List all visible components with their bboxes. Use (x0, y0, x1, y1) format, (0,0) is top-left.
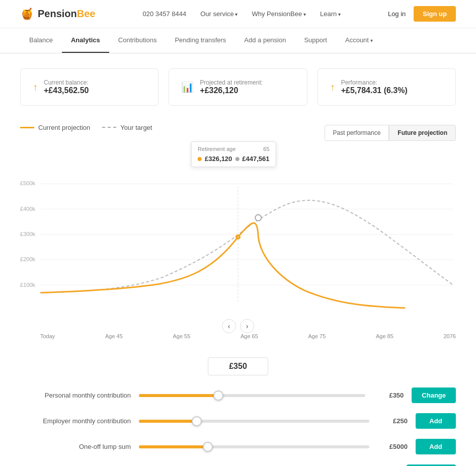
slider-lump-fill (139, 445, 208, 448)
slider-lump-value: £5000 (377, 443, 408, 450)
card-projected-content: Projected at retirement: +£326,120 (200, 79, 263, 95)
slider-personal-thumb[interactable] (213, 391, 223, 401)
projected-label: Projected at retirement: (200, 79, 263, 86)
nav-why-pensionbee[interactable]: Why PensionBee (252, 10, 306, 18)
x-axis: Today Age 45 Age 55 Age 65 Age 75 Age 85… (20, 333, 456, 339)
svg-text:£200k: £200k (20, 256, 36, 262)
legend-target-label: Your target (120, 124, 152, 131)
slider-employer-label: Employer monthly contribution (20, 417, 131, 425)
chart-legend-row: Current projection Your target Past perf… (20, 124, 456, 141)
performance-icon: ↑ (330, 82, 335, 93)
nav-analytics[interactable]: Analytics (62, 28, 109, 53)
slider-employer-track-wrap[interactable] (139, 416, 369, 426)
past-performance-btn[interactable]: Past performance (325, 125, 389, 141)
sliders-section: Personal monthly contribution £350 Chang… (20, 357, 456, 466)
slider-personal-label: Personal monthly contribution (20, 392, 131, 399)
x-label-85: Age 85 (376, 333, 393, 339)
svg-text:£400k: £400k (20, 206, 36, 212)
main-content: ↑ Current balance: +£43,562.50 📊 Project… (0, 53, 476, 466)
svg-text:£300k: £300k (20, 231, 36, 237)
slider-lump-label: One-off lump sum (20, 443, 131, 450)
slider-personal-contribution: Personal monthly contribution £350 Chang… (20, 387, 456, 403)
top-nav: 🍯 PensionBee 020 3457 8444 Our service W… (0, 0, 476, 28)
legend-current: Current projection (20, 124, 90, 131)
slider-lump-track (139, 445, 369, 448)
slider-employer-value: £250 (377, 417, 408, 425)
slider-personal-value: £350 (373, 392, 404, 399)
logo-icon: 🍯 (20, 8, 34, 21)
logo-yellow: Bee (77, 8, 96, 19)
future-projection-btn[interactable]: Future projection (389, 125, 456, 141)
tooltip-label: Retirement age (198, 146, 235, 152)
contribution-display (20, 357, 456, 375)
chart-container: Retirement age 65 £326,120 £447,561 £500… (20, 146, 456, 339)
x-label-55: Age 55 (173, 333, 190, 339)
card-projected: 📊 Projected at retirement: +£326,120 (169, 68, 307, 106)
slider-employer-fill (139, 420, 197, 423)
nav-support[interactable]: Support (295, 28, 336, 53)
x-label-45: Age 45 (105, 333, 123, 339)
change-personal-button[interactable]: Change (412, 387, 456, 403)
nav-contributions[interactable]: Contributions (109, 28, 166, 53)
tooltip-target-dot (235, 157, 239, 161)
legend-target: Your target (102, 124, 152, 131)
slider-personal-track-wrap[interactable] (139, 391, 365, 401)
slider-employer-thumb[interactable] (192, 416, 202, 426)
add-lump-button[interactable]: Add (416, 439, 456, 454)
performance-label: Performance: (341, 79, 408, 86)
peak-dot-target (255, 215, 261, 221)
logo[interactable]: 🍯 PensionBee (20, 8, 96, 21)
phone-number: 020 3457 8444 (142, 10, 186, 18)
card-balance: ↑ Current balance: +£43,562.50 (20, 68, 158, 106)
svg-text:£500k: £500k (20, 180, 36, 186)
chart-controls: Past performance Future projection (325, 125, 456, 141)
nav-add-pension[interactable]: Add a pension (235, 28, 295, 53)
tooltip-current-dot (198, 157, 202, 161)
tooltip-target-value: £447,561 (242, 155, 269, 163)
nav-our-service[interactable]: Our service (200, 10, 237, 18)
tooltip-age: 65 (263, 146, 269, 152)
slider-employer-contribution: Employer monthly contribution £250 Add (20, 413, 456, 429)
logo-text: PensionBee (38, 8, 96, 20)
balance-value: +£43,562.50 (44, 86, 89, 95)
card-performance-content: Performance: +£5,784.31 (6.3%) (341, 79, 408, 95)
slider-lump-thumb[interactable] (203, 442, 213, 452)
legend-current-label: Current projection (38, 124, 90, 131)
performance-value: +£5,784.31 (6.3%) (341, 86, 408, 95)
x-label-today: Today (40, 333, 55, 339)
tooltip-current-value: £326,120 (205, 155, 232, 163)
projected-icon: 📊 (181, 81, 194, 93)
chart-next-btn[interactable]: › (240, 319, 254, 333)
x-label-2076: 2076 (443, 333, 455, 339)
chart-prev-btn[interactable]: ‹ (222, 319, 236, 333)
nav-learn[interactable]: Learn (320, 10, 341, 18)
nav-account[interactable]: Account (336, 28, 382, 53)
slider-employer-track (139, 420, 369, 423)
chart-nav: ‹ › (20, 319, 456, 333)
signup-button[interactable]: Sign up (414, 6, 456, 22)
nav-pending-transfers[interactable]: Pending transfers (166, 28, 235, 53)
legend-dashed-line (102, 127, 116, 128)
contribution-input[interactable] (208, 357, 268, 375)
slider-lump-track-wrap[interactable] (139, 442, 369, 452)
current-projection-line (40, 223, 405, 308)
login-button[interactable]: Log in (388, 10, 406, 18)
balance-label: Current balance: (44, 79, 89, 86)
tooltip-current-row: £326,120 £447,561 (198, 155, 269, 163)
projected-value: +£326,120 (200, 86, 263, 95)
slider-personal-fill (139, 394, 218, 397)
x-label-65: Age 65 (241, 333, 258, 339)
chart-legend: Current projection Your target (20, 124, 152, 131)
logo-black: Pension (38, 8, 77, 19)
summary-cards: ↑ Current balance: +£43,562.50 📊 Project… (20, 68, 456, 106)
balance-icon: ↑ (33, 82, 38, 93)
chart-svg: £500k £400k £300k £200k £100k (20, 172, 456, 313)
chart-section: Current projection Your target Past perf… (20, 124, 456, 339)
card-performance: ↑ Performance: +£5,784.31 (6.3%) (318, 68, 456, 106)
target-line (40, 200, 453, 293)
chart-tooltip: Retirement age 65 £326,120 £447,561 (191, 141, 276, 167)
x-label-75: Age 75 (308, 333, 326, 339)
nav-balance[interactable]: Balance (20, 28, 62, 53)
add-employer-button[interactable]: Add (416, 413, 456, 429)
card-balance-content: Current balance: +£43,562.50 (44, 79, 89, 95)
